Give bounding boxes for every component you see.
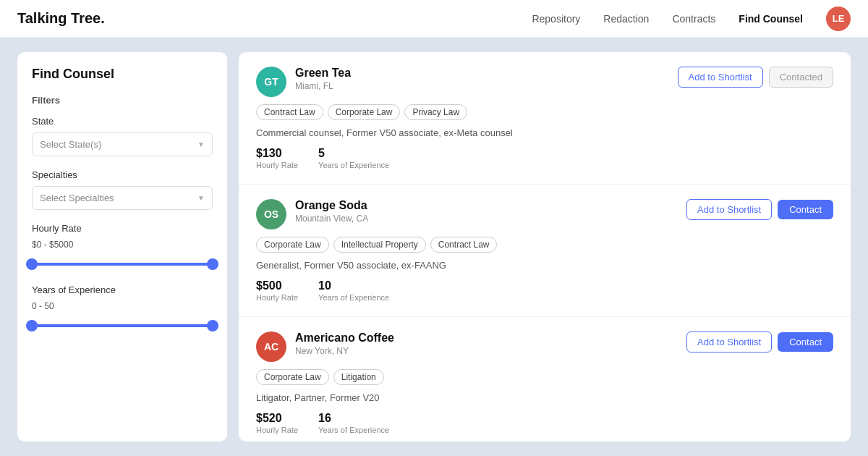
exp-value-ac: 16 (318, 412, 389, 425)
counsel-location-os: Mountain View, CA (295, 214, 686, 224)
filters-label: Filters (32, 95, 213, 106)
card-header-os: OS Orange Soda Mountain View, CA Add to … (256, 199, 833, 229)
counsel-info-os: Orange Soda Mountain View, CA (295, 199, 686, 224)
chevron-down-icon-2: ▼ (197, 194, 205, 202)
hourly-rate-label: Hourly Rate (32, 223, 213, 234)
rate-value-os: $500 (256, 279, 298, 292)
avatar: LE (826, 7, 851, 31)
counsel-location-gt: Miami, FL (295, 81, 678, 91)
exp-label-os: Years of Experience (318, 293, 389, 302)
card-actions-os: Add to Shortlist Contact (686, 199, 833, 220)
counsel-name-ac: Americano Coffee (295, 332, 686, 345)
state-filter-label: State (32, 116, 213, 127)
card-header-ac: AC Americano Coffee New York, NY Add to … (256, 332, 833, 362)
rate-label-os: Hourly Rate (256, 293, 298, 302)
exp-stat-ac: 16 Years of Experience (318, 412, 389, 434)
add-shortlist-button-ac[interactable]: Add to Shortlist (686, 332, 772, 352)
card-actions-gt: Add to Shortlist Contacted (678, 67, 833, 88)
experience-filter-section: Years of Experience 0 - 50 (32, 284, 213, 333)
slider-thumb-left[interactable] (26, 258, 38, 270)
main-container: Find Counsel Filters State Select State(… (0, 38, 868, 456)
counsel-bio-ac: Litigator, Partner, Former V20 (256, 392, 833, 403)
experience-thumb-right[interactable] (207, 320, 218, 332)
experience-filter-label: Years of Experience (32, 284, 213, 295)
nav-repository[interactable]: Repository (532, 13, 580, 25)
hourly-rate-filter-section: Hourly Rate $0 - $5000 (32, 223, 213, 271)
specialties-filter-section: Specialties Select Specialties ▼ (32, 169, 213, 210)
rate-value-ac: $520 (256, 412, 298, 425)
rate-value-gt: $130 (256, 147, 298, 160)
contacted-button-gt: Contacted (769, 67, 833, 88)
tag-contract-law-gt: Contract Law (256, 104, 323, 120)
chevron-down-icon: ▼ (197, 140, 205, 148)
sidebar: Find Counsel Filters State Select State(… (17, 52, 227, 442)
counsel-location-ac: New York, NY (295, 346, 686, 356)
card-actions-ac: Add to Shortlist Contact (686, 332, 833, 352)
counsel-card-gt: GT Green Tea Miami, FL Add to Shortlist … (239, 52, 851, 185)
counsel-name-os: Orange Soda (295, 199, 686, 212)
counsel-card-os: OS Orange Soda Mountain View, CA Add to … (239, 185, 851, 317)
slider-thumb-right[interactable] (207, 258, 218, 270)
exp-value-gt: 5 (318, 147, 389, 160)
rate-stat-gt: $130 Hourly Rate (256, 147, 298, 169)
brand: Talking Tree. (17, 10, 532, 27)
state-select[interactable]: Select State(s) ▼ (32, 132, 213, 156)
tag-privacy-law-gt: Privacy Law (404, 104, 467, 120)
specialties-filter-label: Specialties (32, 169, 213, 180)
tags-os: Corporate Law Intellectual Property Cont… (256, 237, 833, 253)
contact-button-ac[interactable]: Contact (778, 332, 833, 352)
tag-corporate-law-gt: Corporate Law (328, 104, 401, 120)
counsel-card-ac: AC Americano Coffee New York, NY Add to … (239, 317, 851, 442)
rate-stat-ac: $520 Hourly Rate (256, 412, 298, 434)
exp-label-ac: Years of Experience (318, 426, 389, 434)
counsel-info-gt: Green Tea Miami, FL (295, 67, 678, 91)
counsel-bio-os: Generalist, Former V50 associate, ex-FAA… (256, 260, 833, 271)
experience-slider[interactable] (32, 318, 213, 333)
rate-stat-os: $500 Hourly Rate (256, 279, 298, 302)
state-filter-section: State Select State(s) ▼ (32, 116, 213, 156)
results-panel: GT Green Tea Miami, FL Add to Shortlist … (239, 52, 851, 442)
rate-label-ac: Hourly Rate (256, 426, 298, 434)
tag-corporate-law-os: Corporate Law (256, 237, 329, 253)
exp-stat-gt: 5 Years of Experience (318, 147, 389, 169)
sidebar-title: Find Counsel (32, 67, 213, 82)
tag-corporate-law-ac: Corporate Law (256, 369, 329, 385)
exp-label-gt: Years of Experience (318, 161, 389, 169)
tag-contract-law-os: Contract Law (430, 237, 498, 253)
tag-litigation-ac: Litigation (333, 369, 384, 385)
navbar: Talking Tree. Repository Redaction Contr… (0, 0, 868, 38)
hourly-rate-range: $0 - $5000 (32, 240, 213, 250)
counsel-stats-ac: $520 Hourly Rate 16 Years of Experience (256, 412, 833, 434)
counsel-name-gt: Green Tea (295, 67, 678, 80)
contact-button-os[interactable]: Contact (778, 200, 833, 219)
add-shortlist-button-os[interactable]: Add to Shortlist (686, 199, 772, 220)
exp-stat-os: 10 Years of Experience (318, 279, 389, 302)
nav-links: Repository Redaction Contracts Find Coun… (532, 13, 803, 25)
nav-find-counsel[interactable]: Find Counsel (739, 13, 803, 25)
specialties-select[interactable]: Select Specialties ▼ (32, 186, 213, 210)
tag-ip-os: Intellectual Property (333, 237, 426, 253)
counsel-stats-gt: $130 Hourly Rate 5 Years of Experience (256, 147, 833, 169)
counsel-info-ac: Americano Coffee New York, NY (295, 332, 686, 356)
avatar-gt: GT (256, 67, 286, 97)
exp-value-os: 10 (318, 279, 389, 292)
avatar-ac: AC (256, 332, 286, 362)
rate-label-gt: Hourly Rate (256, 161, 298, 169)
avatar-os: OS (256, 199, 286, 229)
counsel-stats-os: $500 Hourly Rate 10 Years of Experience (256, 279, 833, 302)
counsel-bio-gt: Commercial counsel, Former V50 associate… (256, 127, 833, 138)
state-select-placeholder: Select State(s) (40, 139, 101, 150)
tags-gt: Contract Law Corporate Law Privacy Law (256, 104, 833, 120)
tags-ac: Corporate Law Litigation (256, 369, 833, 385)
nav-contracts[interactable]: Contracts (672, 13, 715, 25)
nav-redaction[interactable]: Redaction (603, 13, 649, 25)
experience-thumb-left[interactable] (26, 320, 38, 332)
experience-range: 0 - 50 (32, 301, 213, 311)
hourly-rate-slider[interactable] (32, 257, 213, 271)
specialties-select-placeholder: Select Specialties (40, 193, 114, 203)
card-header-gt: GT Green Tea Miami, FL Add to Shortlist … (256, 67, 833, 97)
add-shortlist-button-gt[interactable]: Add to Shortlist (678, 67, 763, 88)
